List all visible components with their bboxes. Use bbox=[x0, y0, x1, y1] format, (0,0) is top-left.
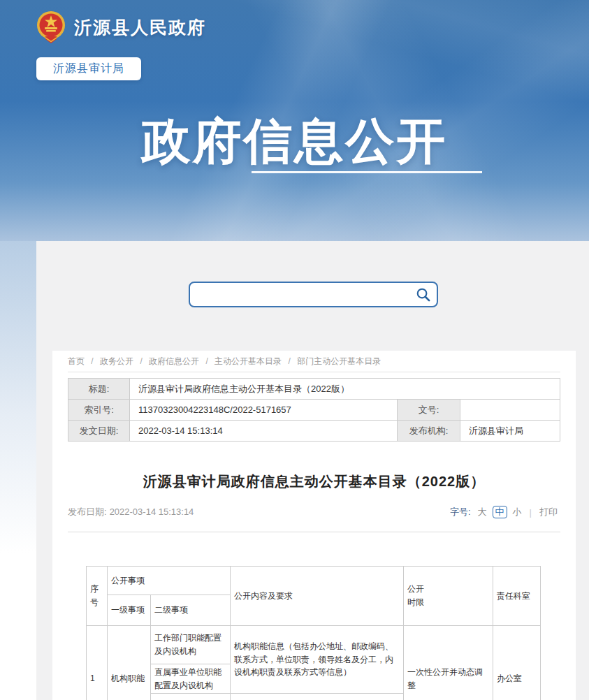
banner-title: 政府信息公开 bbox=[0, 109, 589, 175]
meta-index-label: 索引号: bbox=[68, 400, 130, 421]
meta-index-value: 11370323004223148C/2022-5171657 bbox=[130, 400, 398, 421]
col-header-time-limit: 公开 时限 bbox=[404, 567, 493, 626]
publish-date-value: 2022-03-14 15:13:14 bbox=[110, 506, 194, 517]
col-header-seq: 序号 bbox=[87, 567, 108, 626]
cell-level1: 机构职能 bbox=[108, 626, 151, 700]
page-title: 沂源县审计局政府信息主动公开基本目录（2022版） bbox=[68, 472, 560, 491]
meta-issuing-org-value: 沂源县审计局 bbox=[460, 421, 560, 442]
cell-time-limit: 一次性公开并动态调整 bbox=[404, 626, 493, 700]
font-size-controls: 字号: 大 中 小 | 打印 bbox=[450, 506, 560, 518]
font-size-small-button[interactable]: 小 bbox=[513, 506, 522, 518]
cell-department: 办公室 bbox=[493, 626, 541, 700]
meta-issue-date-value: 2022-03-14 15:13:14 bbox=[130, 421, 398, 442]
search-button[interactable] bbox=[415, 286, 437, 302]
col-header-department: 责任科室 bbox=[493, 567, 541, 626]
breadcrumb-link-info-disclosure[interactable]: 政府信息公开 bbox=[149, 356, 199, 366]
content-panel: 首页 / 政务公开 / 政府信息公开 / 主动公开基本目录 / 部门主动公开基本… bbox=[36, 241, 589, 700]
cell-content: 机构职能信息（包括办公地址、邮政编码、联系方式，单位职责，领导姓名及分工，内设机… bbox=[231, 626, 404, 694]
meta-issue-date-label: 发文日期: bbox=[68, 421, 130, 442]
cell-seq: 1 bbox=[87, 626, 108, 700]
meta-title-value: 沂源县审计局政府信息主动公开基本目录（2022版） bbox=[130, 379, 560, 400]
col-header-level1: 一级事项 bbox=[108, 595, 151, 626]
banner-title-underline bbox=[252, 171, 482, 173]
department-badge[interactable]: 沂源县审计局 bbox=[36, 57, 141, 80]
document-meta-table: 标题: 沂源县审计局政府信息主动公开基本目录（2022版） 索引号: 11370… bbox=[68, 378, 560, 442]
breadcrumb-current: 部门主动公开基本目录 bbox=[297, 356, 381, 366]
breadcrumb: 首页 / 政务公开 / 政府信息公开 / 主动公开基本目录 / 部门主动公开基本… bbox=[68, 356, 560, 367]
publish-date-label: 发布日期: bbox=[68, 506, 107, 517]
catalog-table: 序号 公开事项 公开内容及要求 公开 时限 责任科室 一级事项 二级事项 1 机… bbox=[86, 566, 541, 700]
site-logo-link[interactable]: 沂源县人民政府 bbox=[36, 10, 206, 45]
breadcrumb-separator: / bbox=[288, 356, 290, 366]
banner: 沂源县人民政府 沂源县审计局 政府信息公开 bbox=[0, 0, 589, 241]
meta-issuing-org-label: 发布机构: bbox=[398, 421, 460, 442]
col-header-public-matters: 公开事项 bbox=[108, 567, 231, 595]
table-row: 1 机构职能 工作部门职能配置及内设机构 机构职能信息（包括办公地址、邮政编码、… bbox=[87, 626, 541, 664]
search-icon bbox=[415, 286, 431, 302]
breadcrumb-separator: / bbox=[205, 356, 208, 366]
article-card: 首页 / 政务公开 / 政府信息公开 / 主动公开基本目录 / 部门主动公开基本… bbox=[52, 351, 576, 700]
table-row: 标题: 沂源县审计局政府信息主动公开基本目录（2022版） bbox=[68, 379, 560, 400]
article-meta-row: 发布日期:2022-03-14 15:13:14 字号: 大 中 小 | 打印 bbox=[68, 506, 560, 518]
divider bbox=[68, 372, 560, 372]
divider bbox=[68, 532, 560, 532]
search-input[interactable] bbox=[190, 283, 415, 306]
cell-level2: 直属事业单位职能配置及内设机构 bbox=[151, 664, 231, 694]
cell-level2: 职责任务清单 bbox=[151, 694, 231, 700]
search-box bbox=[189, 282, 438, 307]
cell-level2: 工作部门职能配置及内设机构 bbox=[151, 626, 231, 664]
site-title: 沂源县人民政府 bbox=[74, 16, 206, 39]
national-emblem-icon bbox=[36, 10, 66, 45]
font-size-label: 字号: bbox=[450, 506, 471, 518]
meta-doc-number-value bbox=[460, 400, 560, 421]
table-row: 发文日期: 2022-03-14 15:13:14 发布机构: 沂源县审计局 bbox=[68, 421, 560, 442]
print-button[interactable]: 打印 bbox=[539, 506, 558, 518]
page-background-strip bbox=[0, 241, 36, 700]
meta-doc-number-label: 文号: bbox=[398, 400, 460, 421]
breadcrumb-link-catalog[interactable]: 主动公开基本目录 bbox=[214, 356, 282, 366]
breadcrumb-separator: / bbox=[140, 356, 142, 366]
table-header-row: 序号 公开事项 公开内容及要求 公开 时限 责任科室 bbox=[87, 567, 541, 595]
publish-date: 发布日期:2022-03-14 15:13:14 bbox=[68, 506, 196, 518]
breadcrumb-link-government-affairs[interactable]: 政务公开 bbox=[100, 356, 133, 366]
meta-title-label: 标题: bbox=[68, 379, 130, 400]
breadcrumb-separator: / bbox=[91, 356, 93, 366]
col-header-content: 公开内容及要求 bbox=[231, 567, 404, 626]
table-row: 索引号: 11370323004223148C/2022-5171657 文号: bbox=[68, 400, 560, 421]
cell-content: 职责任务清单 bbox=[231, 694, 404, 700]
font-size-medium-button[interactable]: 中 bbox=[493, 506, 507, 518]
vertical-divider: | bbox=[530, 507, 532, 518]
col-header-level2: 二级事项 bbox=[151, 595, 231, 626]
page: 沂源县人民政府 沂源县审计局 政府信息公开 首页 / 政务公开 / 政府信息公开 bbox=[0, 0, 589, 700]
font-size-large-button[interactable]: 大 bbox=[478, 506, 487, 518]
breadcrumb-link-home[interactable]: 首页 bbox=[68, 356, 85, 366]
